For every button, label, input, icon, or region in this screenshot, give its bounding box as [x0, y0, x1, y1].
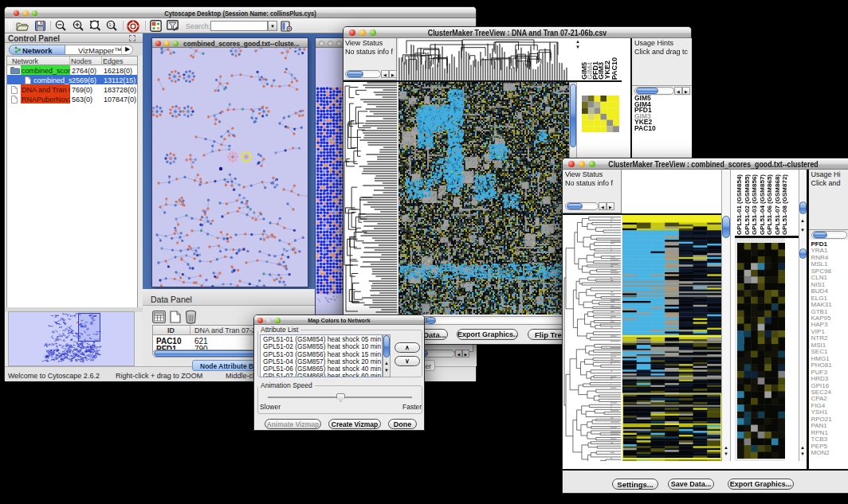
svg-text:1:1: 1:1 [108, 22, 116, 27]
